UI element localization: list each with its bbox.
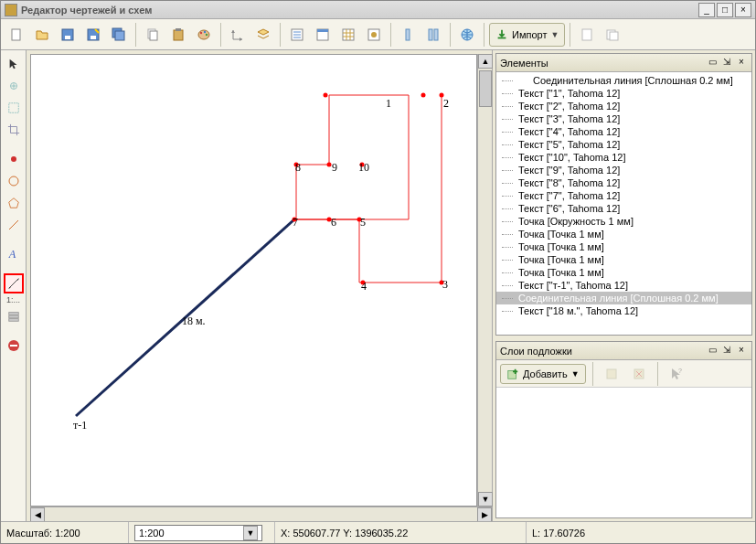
panel-menu-icon[interactable]: ▭ xyxy=(706,57,719,69)
horizontal-scrollbar[interactable]: ◀ ▶ xyxy=(30,507,492,521)
close-button[interactable]: × xyxy=(735,3,751,17)
tool-measure[interactable] xyxy=(4,273,24,293)
tree-item[interactable]: Текст ["6", Tahoma 12] xyxy=(496,202,751,215)
elements-panel: Элементы ▭ ⇲ × Соединительная линия [Спл… xyxy=(495,53,752,336)
svg-point-30 xyxy=(11,156,16,162)
maximize-button[interactable]: □ xyxy=(717,3,733,17)
app-icon xyxy=(5,4,17,16)
save-all-button[interactable] xyxy=(107,23,131,47)
tool-pointer[interactable] xyxy=(4,54,24,74)
settings-button[interactable] xyxy=(362,23,386,47)
minimize-button[interactable]: _ xyxy=(698,3,715,17)
panel-pin-icon[interactable]: ⇲ xyxy=(720,345,733,357)
svg-rect-10 xyxy=(176,28,181,31)
copy-button[interactable] xyxy=(141,23,165,47)
import-button[interactable]: Импорт ▼ xyxy=(489,23,565,47)
svg-point-20 xyxy=(371,32,377,37)
scale-value: 1:200 xyxy=(139,528,165,539)
tool-select-rect[interactable] xyxy=(4,98,24,118)
svg-rect-0 xyxy=(12,29,20,40)
panel-pin-icon[interactable]: ⇲ xyxy=(720,57,733,69)
dropdown-icon: ▼ xyxy=(550,30,559,39)
canvas-label: 10 xyxy=(358,161,369,175)
tree-item[interactable]: Точка [Точка 1 мм] xyxy=(496,228,751,240)
layers-list[interactable] xyxy=(496,388,751,517)
tree-item[interactable]: Текст ["3", Tahoma 12] xyxy=(496,112,751,125)
tree-item[interactable]: Текст ["2", Tahoma 12] xyxy=(496,100,751,112)
svg-rect-4 xyxy=(91,36,96,39)
svg-rect-29 xyxy=(8,103,18,113)
tree-item[interactable]: Текст ["4", Tahoma 12] xyxy=(496,125,751,138)
tree-item[interactable]: Текст ["10", Tahoma 12] xyxy=(496,151,751,164)
add-label: Добавить xyxy=(523,368,568,379)
layers-panel: Слои подложки ▭ ⇲ × Добавить ▼ ? xyxy=(495,341,752,518)
status-coords: X: 550607.77 Y: 1396035.22 xyxy=(275,522,527,543)
open-button[interactable] xyxy=(30,23,54,47)
scroll-right-icon[interactable]: ▶ xyxy=(477,507,492,522)
canvas-label: 1 xyxy=(386,97,391,111)
svg-rect-33 xyxy=(8,313,18,315)
tree-item[interactable]: Текст ["1", Tahoma 12] xyxy=(496,87,751,100)
tree-item[interactable]: Точка [Точка 1 мм] xyxy=(496,240,751,253)
tree-item[interactable]: Текст ["18 м.", Tahoma 12] xyxy=(496,304,751,317)
doc-button-2[interactable] xyxy=(601,23,624,47)
plus-icon xyxy=(506,368,519,380)
axes-button[interactable] xyxy=(226,23,250,47)
svg-rect-18 xyxy=(343,29,354,40)
doc-button-1[interactable] xyxy=(575,23,599,47)
globe-button[interactable] xyxy=(455,23,479,47)
list-button[interactable] xyxy=(285,23,309,47)
svg-rect-6 xyxy=(115,31,124,40)
scroll-up-icon[interactable]: ▲ xyxy=(478,54,493,69)
tool-line[interactable] xyxy=(4,215,24,235)
tree-item[interactable]: Точка [Точка 1 мм] xyxy=(496,253,751,266)
tool-polygon[interactable] xyxy=(4,193,24,213)
layers-button[interactable] xyxy=(251,23,275,47)
canvas-label: 18 м. xyxy=(182,315,206,328)
scroll-left-icon[interactable]: ◀ xyxy=(30,507,45,522)
import-icon xyxy=(495,28,508,41)
layer-pointer-button[interactable]: ? xyxy=(665,362,688,386)
palette-button[interactable] xyxy=(192,23,216,47)
node-marker xyxy=(421,93,426,98)
tree-item[interactable]: Текст ["8", Tahoma 12] xyxy=(496,176,751,189)
save-as-button[interactable] xyxy=(81,23,105,47)
vertical-scrollbar[interactable]: ▲ ▼ xyxy=(477,54,492,507)
tool-crop[interactable] xyxy=(4,120,24,140)
tree-item[interactable]: Текст ["5", Tahoma 12] xyxy=(496,138,751,151)
scroll-thumb[interactable] xyxy=(479,70,492,107)
tree-item[interactable]: Точка [Точка 1 мм] xyxy=(496,266,751,279)
elements-tree[interactable]: Соединительная линия [Сплошная 0.2 мм]Те… xyxy=(496,72,751,335)
tree-item[interactable]: Текст ["9", Tahoma 12] xyxy=(496,164,751,176)
tool-stack[interactable] xyxy=(4,306,24,326)
svg-rect-17 xyxy=(317,29,328,32)
scale-selector[interactable]: 1:200 ▼ xyxy=(134,525,262,541)
tree-item[interactable]: Точка [Окружность 1 мм] xyxy=(496,215,751,228)
layer-edit-button[interactable] xyxy=(600,362,623,386)
paste-button[interactable] xyxy=(166,23,190,47)
drawing-canvas[interactable]: 1234567891018 м.т-1 xyxy=(30,54,477,507)
tree-item[interactable]: Текст ["7", Tahoma 12] xyxy=(496,189,751,202)
tree-item[interactable]: Соединительная линия [Сплошная 0.2 мм] xyxy=(496,292,751,304)
tree-item[interactable]: Текст ["т-1", Tahoma 12] xyxy=(496,279,751,292)
tool-circle[interactable] xyxy=(4,171,24,191)
grid-button[interactable] xyxy=(336,23,360,47)
panel-menu-icon[interactable]: ▭ xyxy=(706,345,719,357)
panel-close-icon[interactable]: × xyxy=(735,345,748,357)
panel-close-icon[interactable]: × xyxy=(735,57,748,69)
new-button[interactable] xyxy=(5,23,28,47)
layer-delete-button[interactable] xyxy=(627,362,651,386)
props-button[interactable] xyxy=(311,23,335,47)
tool-point[interactable] xyxy=(4,149,24,169)
add-layer-button[interactable]: Добавить ▼ xyxy=(500,364,586,384)
tool-delete[interactable] xyxy=(4,336,24,356)
save-button[interactable] xyxy=(56,23,80,47)
scroll-down-icon[interactable]: ▼ xyxy=(478,492,493,507)
tree-item[interactable]: Соединительная линия [Сплошная 0.2 мм] xyxy=(496,74,751,87)
tool-text[interactable]: A xyxy=(4,244,24,264)
col-button-2[interactable] xyxy=(421,23,445,47)
tool-add-point[interactable] xyxy=(4,76,24,96)
window-title: Редактор чертежей и схем xyxy=(21,5,698,16)
col-button-1[interactable] xyxy=(396,23,420,47)
node-marker xyxy=(324,93,328,98)
